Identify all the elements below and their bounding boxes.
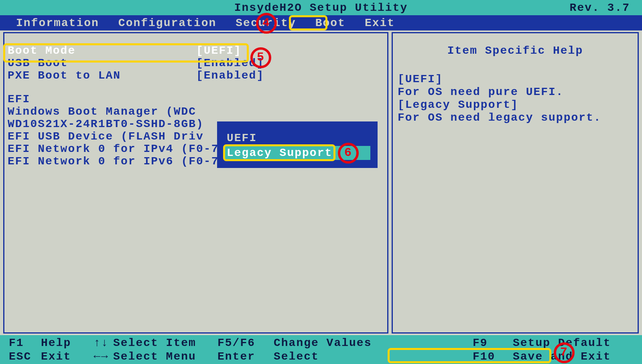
footer-row-1: F1 Help ↑↓ Select Item F5/F6 Change Valu… — [9, 336, 633, 350]
action-save-exit: Save and Exit — [513, 350, 633, 363]
footer-row-2: ESC Exit ←→ Select Menu Enter Select F10… — [9, 350, 633, 363]
arrows-leftright-icon: ←→ — [89, 350, 113, 363]
key-f1: F1 — [9, 337, 41, 349]
value-usb-boot: [Enabled] — [196, 57, 264, 69]
key-enter: Enter — [217, 350, 274, 363]
value-boot-mode: [UEFI] — [196, 44, 242, 57]
menu-information[interactable]: Information — [16, 17, 99, 29]
boot-mode-popup: UEFI Legacy Support — [217, 121, 378, 168]
efi-item[interactable]: Windows Boot Manager (WDC — [4, 105, 387, 118]
key-f5f6: F5/F6 — [217, 337, 274, 349]
main-region: Boot Mode [UEFI] USB Boot [Enabled] PXE … — [3, 32, 639, 334]
action-change-values: Change Values — [274, 337, 402, 349]
efi-heading: EFI — [4, 93, 387, 105]
footer-bar: F1 Help ↑↓ Select Item F5/F6 Change Valu… — [0, 335, 642, 364]
menu-exit[interactable]: Exit — [365, 17, 395, 29]
arrows-updown-icon: ↑↓ — [89, 337, 113, 349]
header-bar: InsydeH2O Setup Utility Rev. 3.7 — [0, 0, 642, 15]
action-select-item: Select Item — [113, 337, 217, 349]
menu-security[interactable]: Security — [236, 17, 296, 29]
help-body: [UEFI] For OS need pure UEFI. [Legacy Su… — [398, 73, 633, 124]
action-select-menu: Select Menu — [113, 350, 217, 363]
row-boot-mode[interactable]: Boot Mode [UEFI] — [4, 44, 387, 57]
menu-configuration[interactable]: Configuration — [118, 17, 216, 29]
popup-option-uefi[interactable]: UEFI — [224, 131, 370, 145]
label-boot-mode: Boot Mode — [8, 44, 196, 57]
app-title: InsydeH2O Setup Utility — [234, 2, 408, 14]
action-setup-default: Setup Default — [513, 337, 633, 349]
key-esc: ESC — [9, 350, 41, 363]
help-panel: Item Specific Help [UEFI] For OS need pu… — [392, 32, 639, 334]
label-help: Help — [41, 337, 89, 349]
key-f9: F9 — [473, 337, 513, 349]
label-usb-boot: USB Boot — [8, 57, 196, 69]
bios-screen: InsydeH2O Setup Utility Rev. 3.7 Informa… — [0, 0, 642, 364]
row-usb-boot[interactable]: USB Boot [Enabled] — [4, 57, 387, 69]
revision-label: Rev. 3.7 — [570, 2, 630, 14]
row-pxe-boot[interactable]: PXE Boot to LAN [Enabled] — [4, 69, 387, 82]
action-select: Select — [274, 350, 402, 363]
label-exit: Exit — [41, 350, 89, 363]
popup-option-legacy[interactable]: Legacy Support — [224, 146, 370, 160]
settings-panel: Boot Mode [UEFI] USB Boot [Enabled] PXE … — [3, 32, 388, 334]
label-pxe-boot: PXE Boot to LAN — [8, 69, 196, 82]
menu-boot[interactable]: Boot — [315, 17, 345, 29]
top-menu: Information Configuration Security Boot … — [0, 15, 642, 30]
key-f10: F10 — [473, 350, 513, 363]
help-title: Item Specific Help — [398, 44, 633, 57]
value-pxe-boot: [Enabled] — [196, 69, 264, 82]
